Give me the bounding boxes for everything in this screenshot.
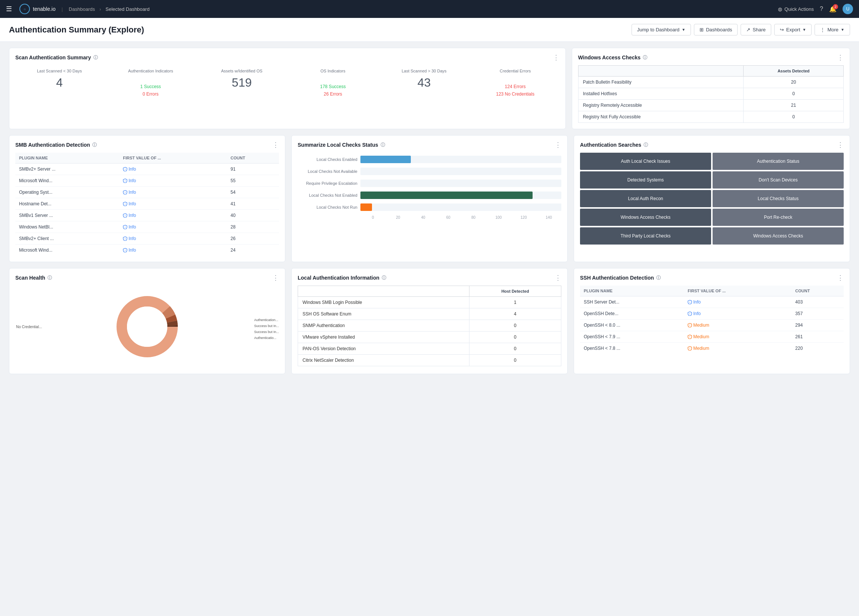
ssh-sev: i Info: [684, 308, 792, 320]
row3-grid: Scan Health ⓘ ⋮ No Credential... Authent…: [9, 268, 850, 374]
local-auth-label: VMware vSphere Installed: [298, 332, 470, 343]
windows-access-info-icon[interactable]: ⓘ: [643, 55, 647, 61]
local-auth-info-header: Local Authentication Information ⓘ ⋮: [298, 274, 561, 281]
smb-menu-icon[interactable]: ⋮: [272, 142, 279, 148]
ssh-row[interactable]: OpenSSH < 7.8 ... ! Medium 220: [580, 343, 844, 354]
smb-row[interactable]: SMBv1 Server ... i Info 40: [15, 210, 279, 221]
local-auth-label: Windows SMB Login Possible: [298, 297, 470, 308]
local-auth-row: SSH OS Software Enum 4: [298, 308, 561, 320]
svg-text:i: i: [125, 249, 125, 252]
local-auth-row: Citrix NetScaler Detection 0: [298, 355, 561, 366]
smb-row[interactable]: Microsoft Wind... i Info 55: [15, 175, 279, 187]
smb-row[interactable]: SMBv2+ Client ... i Info 26: [15, 233, 279, 245]
page-title: Authentication Summary (Explore): [9, 25, 631, 35]
local-checks-title: Summarize Local Checks Status ⓘ: [298, 142, 385, 148]
more-label: More: [827, 27, 839, 33]
smb-auth-detection-card: SMB Authentication Detection ⓘ ⋮ PLUGIN …: [9, 135, 285, 262]
page-actions: Jump to Dashboard ▼ ⊞ Dashboards ↗ Share…: [631, 24, 850, 36]
auth-searches-info-icon[interactable]: ⓘ: [643, 142, 648, 148]
ssh-row[interactable]: OpenSSH Dete... i Info 357: [580, 308, 844, 320]
ssh-shield-icon: !: [687, 335, 692, 339]
smb-count: 26: [227, 233, 279, 245]
ssh-plugin: OpenSSH < 8.0 ...: [580, 320, 684, 331]
share-icon: ↗: [746, 27, 750, 33]
notifications-icon[interactable]: 🔔 2: [829, 6, 837, 13]
local-auth-value: 0: [469, 320, 561, 332]
local-checks-menu-icon[interactable]: ⋮: [554, 142, 561, 148]
shield-icon: i: [123, 201, 127, 206]
local-auth-row: VMware vSphere Installed 0: [298, 332, 561, 343]
ssh-row[interactable]: OpenSSH < 7.9 ... ! Medium 261: [580, 331, 844, 343]
windows-access-table: Assets Detected Patch Bulletin Feasibili…: [578, 65, 844, 123]
auth-searches-menu-icon[interactable]: ⋮: [837, 142, 844, 148]
local-auth-info-icon-btn[interactable]: ⓘ: [382, 275, 386, 281]
top-navigation: ☰ ○ tenable.io | Dashboards › Selected D…: [0, 0, 859, 18]
local-auth-label: Citrix NetScaler Detection: [298, 355, 470, 366]
auth-cell[interactable]: Don't Scan Devices: [712, 172, 844, 189]
jump-to-dashboard-button[interactable]: Jump to Dashboard ▼: [631, 24, 691, 36]
user-avatar[interactable]: U: [843, 4, 853, 14]
ssh-count: 294: [792, 320, 844, 331]
scan-health-info-icon[interactable]: ⓘ: [47, 275, 52, 281]
smb-row[interactable]: Hostname Det... i Info 41: [15, 198, 279, 210]
local-checks-info-icon[interactable]: ⓘ: [381, 142, 385, 148]
shield-icon: i: [123, 190, 127, 195]
quick-actions-button[interactable]: ◍ Quick Actions: [778, 6, 814, 12]
scan-summary-info-icon[interactable]: ⓘ: [94, 55, 98, 61]
auth-cell[interactable]: Windows Access Checks: [712, 228, 844, 245]
smb-row[interactable]: Operating Syst... i Info 54: [15, 187, 279, 198]
local-auth-label: SNMP Authentication: [298, 320, 470, 332]
scan-summary-menu-icon[interactable]: ⋮: [553, 54, 559, 61]
export-button[interactable]: ↪ Export ▼: [774, 24, 812, 36]
auth-cell[interactable]: Local Checks Status: [712, 190, 844, 207]
smb-plugin: Operating Syst...: [15, 187, 119, 198]
smb-plugin: SMBv1 Server ...: [15, 210, 119, 221]
bar-track: [361, 192, 561, 199]
smb-row[interactable]: Windows NetBl... i Info 28: [15, 221, 279, 233]
win-col-assets: Assets Detected: [743, 66, 844, 76]
smb-info-icon[interactable]: ⓘ: [92, 142, 97, 148]
local-auth-label: SSH OS Software Enum: [298, 308, 470, 320]
dashboards-label: Dashboards: [706, 27, 732, 33]
ssh-plugin: OpenSSH Dete...: [580, 308, 684, 320]
auth-cell[interactable]: Auth Local Check Issues: [580, 153, 711, 170]
scan-health-menu-icon[interactable]: ⋮: [272, 274, 279, 281]
local-auth-label: PAN-OS Version Detection: [298, 343, 470, 355]
auth-cell[interactable]: Third Party Local Checks: [580, 228, 711, 245]
hamburger-icon[interactable]: ☰: [6, 5, 12, 13]
nav-dashboards[interactable]: Dashboards: [69, 6, 95, 12]
scan-col-6: Credential Errors 124 Errors 123 No Cred…: [471, 65, 559, 100]
smb-row[interactable]: SMBv2+ Server ... i Info 91: [15, 164, 279, 175]
win-col-empty: [578, 66, 743, 76]
ssh-count: 357: [792, 308, 844, 320]
auth-cell[interactable]: Detected Systems: [580, 172, 711, 189]
more-button[interactable]: ⋮ More ▼: [815, 24, 850, 36]
dashboards-button[interactable]: ⊞ Dashboards: [694, 24, 738, 36]
auth-cell[interactable]: Port Re-check: [712, 209, 844, 226]
ssh-info-icon[interactable]: ⓘ: [656, 275, 661, 281]
smb-plugin: Hostname Det...: [15, 198, 119, 210]
smb-title: SMB Authentication Detection ⓘ: [15, 142, 97, 148]
svg-text:i: i: [125, 214, 125, 217]
logo: ○ tenable.io: [19, 4, 56, 14]
grid-icon: ⊞: [700, 27, 704, 33]
auth-cell[interactable]: Windows Access Checks: [580, 209, 711, 226]
ssh-th-value: FIRST VALUE OF ...: [684, 285, 792, 296]
smb-sev: i Info: [119, 233, 227, 245]
auth-cell[interactable]: Authentication Status: [712, 153, 844, 170]
smb-row[interactable]: Microsoft Wind... i Info 24: [15, 245, 279, 256]
ssh-row[interactable]: OpenSSH < 8.0 ... ! Medium 294: [580, 320, 844, 331]
windows-access-header: Windows Access Checks ⓘ ⋮: [578, 54, 844, 61]
smb-count: 41: [227, 198, 279, 210]
shield-icon: i: [123, 236, 127, 241]
bar-fill: [361, 192, 533, 199]
ssh-menu-icon[interactable]: ⋮: [837, 274, 844, 281]
ssh-row[interactable]: SSH Server Det... i Info 403: [580, 296, 844, 308]
windows-access-menu-icon[interactable]: ⋮: [837, 54, 844, 61]
local-auth-row: SNMP Authentication 0: [298, 320, 561, 332]
local-auth-info-menu-icon[interactable]: ⋮: [554, 274, 561, 281]
auth-cell[interactable]: Local Auth Recon: [580, 190, 711, 207]
share-button[interactable]: ↗ Share: [740, 24, 771, 36]
bar-label: Local Checks Not Enabled: [298, 193, 358, 198]
help-icon[interactable]: ?: [820, 6, 823, 12]
